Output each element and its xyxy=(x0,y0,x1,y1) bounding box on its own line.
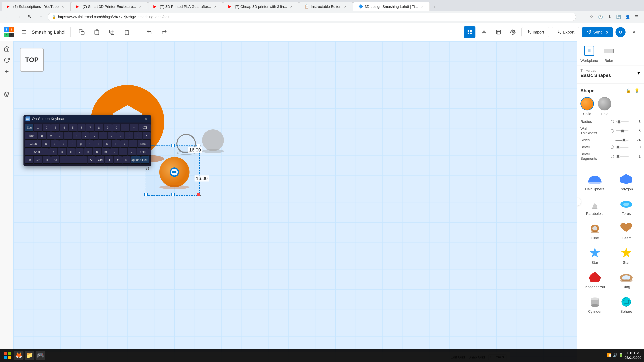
key-semicolon[interactable]: ; xyxy=(120,140,128,148)
key-j[interactable]: j xyxy=(94,140,102,148)
key-comma[interactable]: , xyxy=(110,148,118,156)
key-6[interactable]: 6 xyxy=(78,124,86,132)
key-rshift[interactable]: Shift xyxy=(136,148,148,156)
perspective-view-button[interactable] xyxy=(478,26,490,38)
key-b[interactable]: b xyxy=(84,148,92,156)
tab-close-3[interactable]: ✕ xyxy=(213,4,218,9)
key-c[interactable]: c xyxy=(67,148,75,156)
key-tab[interactable]: Tab xyxy=(25,132,37,140)
bevel-segments-dot[interactable] xyxy=(611,155,614,158)
user-avatar[interactable]: U xyxy=(616,27,626,37)
key-4[interactable]: 4 xyxy=(60,124,68,132)
selected-object-container[interactable]: ↺ xyxy=(158,155,191,189)
key-n[interactable]: n xyxy=(93,148,101,156)
tab-6[interactable]: 🔷 3D design Smashing Lahdi | Ti... ✕ xyxy=(353,2,430,11)
new-tab-button[interactable]: + xyxy=(430,3,438,11)
key-7[interactable]: 7 xyxy=(86,124,94,132)
redo-button[interactable] xyxy=(158,26,170,38)
key-slash[interactable]: / xyxy=(128,148,136,156)
address-input[interactable]: 🔒 https://www.tinkercad.com/things/2bORP… xyxy=(48,13,576,21)
tab-close-4[interactable]: ✕ xyxy=(289,4,294,9)
osk-close-button[interactable]: ✕ xyxy=(143,116,149,121)
key-r[interactable]: r xyxy=(64,132,72,140)
bevel-segments-slider[interactable] xyxy=(616,156,628,157)
key-v[interactable]: v xyxy=(76,148,84,156)
workplane-tool[interactable]: Workplane xyxy=(580,44,598,63)
shape-torus[interactable]: Torus xyxy=(612,195,641,217)
bevel-slider[interactable] xyxy=(616,147,628,148)
bevel-dot[interactable] xyxy=(611,145,614,149)
tab-3[interactable]: ▶ (7) 3D Printed PLA Gear after... ✕ xyxy=(148,2,223,11)
delete-button[interactable] xyxy=(121,26,133,38)
reload-button[interactable]: ↻ xyxy=(26,13,34,21)
copy-button[interactable] xyxy=(76,26,88,38)
taskbar-app[interactable]: 🎮 xyxy=(36,351,45,360)
radius-dot[interactable] xyxy=(611,120,614,123)
key-lbracket[interactable]: [ xyxy=(125,132,133,140)
visibility-icon[interactable]: 💡 xyxy=(633,87,641,94)
import-button[interactable]: Import xyxy=(522,27,549,37)
shape-ring[interactable]: Ring xyxy=(612,269,641,291)
osk-minimize-button[interactable]: — xyxy=(128,116,134,121)
shape-star-1[interactable]: Star xyxy=(580,244,609,266)
rotate-sidebar-button[interactable] xyxy=(2,55,12,65)
key-5[interactable]: 5 xyxy=(69,124,77,132)
shape-half-sphere[interactable]: Half Sphere xyxy=(580,171,609,193)
back-button[interactable]: ← xyxy=(3,13,12,21)
extensions-button[interactable]: ⋯ xyxy=(578,13,586,21)
zoom-out-sidebar-button[interactable] xyxy=(2,78,12,88)
solid-type[interactable]: Solid xyxy=(580,97,594,116)
send-to-button[interactable]: Send To xyxy=(582,27,613,37)
key-g[interactable]: g xyxy=(77,140,85,148)
hamburger-menu[interactable]: ☰ xyxy=(22,29,26,35)
tab-close-6[interactable]: ✕ xyxy=(420,4,424,9)
key-z[interactable]: z xyxy=(49,148,57,156)
key-t[interactable]: t xyxy=(73,132,81,140)
wall-thickness-dot[interactable] xyxy=(611,129,614,133)
settings-button[interactable] xyxy=(507,26,519,38)
key-rctrl[interactable]: Ctrl xyxy=(96,156,104,164)
canvas-area[interactable]: TOP xyxy=(14,41,577,362)
home-sidebar-button[interactable] xyxy=(2,44,12,53)
key-esc[interactable]: Esc xyxy=(25,124,33,132)
profile-button[interactable]: 👤 xyxy=(624,13,632,21)
user-settings-button[interactable] xyxy=(628,26,640,38)
wall-thickness-slider[interactable] xyxy=(616,130,628,131)
key-down[interactable]: ▼ xyxy=(114,156,122,164)
sides-slider[interactable] xyxy=(615,140,628,141)
key-win[interactable]: ⊞ xyxy=(42,156,51,164)
key-minus[interactable]: - xyxy=(121,124,129,132)
key-3[interactable]: 3 xyxy=(51,124,59,132)
key-enter[interactable]: Enter xyxy=(138,140,150,148)
key-backslash[interactable]: \ xyxy=(142,132,150,140)
key-insert[interactable]: Insert xyxy=(150,140,151,148)
key-1[interactable]: 1 xyxy=(34,124,42,132)
paste-button[interactable] xyxy=(91,26,103,38)
tab-close-5[interactable]: ✕ xyxy=(343,4,348,9)
key-rbracket[interactable]: ] xyxy=(134,132,142,140)
duplicate-button[interactable] xyxy=(106,26,118,38)
grid-view-button[interactable] xyxy=(464,26,476,38)
key-q[interactable]: q xyxy=(38,132,46,140)
key-l[interactable]: l xyxy=(112,140,120,148)
key-f[interactable]: f xyxy=(68,140,76,148)
key-equals[interactable]: = xyxy=(130,124,138,132)
home-button[interactable]: ⌂ xyxy=(36,13,45,21)
shape-dropdown-button[interactable]: ▼ xyxy=(636,71,641,76)
undo-button[interactable] xyxy=(143,26,155,38)
key-h[interactable]: h xyxy=(86,140,94,148)
menu-button[interactable]: ☰ xyxy=(633,13,641,21)
shape-star-2[interactable]: Star xyxy=(612,244,641,266)
key-d[interactable]: d xyxy=(59,140,68,148)
key-left[interactable]: ◄ xyxy=(105,156,113,164)
shape-tube[interactable]: Tube xyxy=(580,220,609,242)
key-a[interactable]: a xyxy=(42,140,50,148)
forward-button[interactable]: → xyxy=(14,13,23,21)
key-8[interactable]: 8 xyxy=(95,124,103,132)
key-o[interactable]: o xyxy=(108,132,116,140)
tab-2[interactable]: ▶ (7) Smart 3D Printer Enclosure... ✕ xyxy=(71,2,148,11)
tab-close-1[interactable]: ✕ xyxy=(60,4,66,9)
key-period[interactable]: . xyxy=(119,148,127,156)
key-x[interactable]: x xyxy=(58,148,66,156)
start-button[interactable] xyxy=(3,350,13,360)
